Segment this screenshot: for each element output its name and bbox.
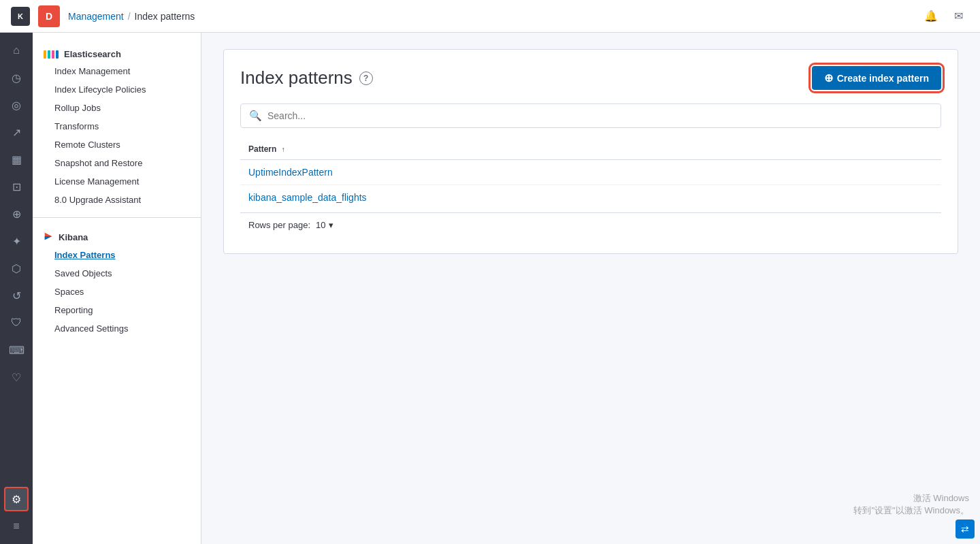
remote-desktop-icon: ⇄ <box>956 519 975 539</box>
sidebar-item-spaces[interactable]: Spaces <box>33 283 201 301</box>
table-header-row: Pattern ↑ <box>240 139 941 160</box>
column-pattern: Pattern ↑ <box>240 139 941 160</box>
graph-icon[interactable]: ⬡ <box>4 256 29 281</box>
rows-per-page-label: Rows per page: <box>248 220 310 230</box>
plus-icon: ⊕ <box>824 71 833 84</box>
sidebar-item-upgrade-assistant[interactable]: 8.0 Upgrade Assistant <box>33 191 201 209</box>
clock-icon[interactable]: ◷ <box>4 65 29 90</box>
siem-icon[interactable]: 🛡 <box>4 310 29 335</box>
main-content: Index patterns ? ⊕ Create index pattern … <box>201 33 980 544</box>
breadcrumb-current: Index patterns <box>135 11 195 22</box>
pattern-cell: UptimeIndexPattern <box>240 160 941 185</box>
user-initial: D <box>46 11 52 22</box>
sidebar-item-transforms[interactable]: Transforms <box>33 117 201 135</box>
rows-per-page-value: 10 <box>316 220 325 230</box>
page-title: Index patterns <box>240 67 353 89</box>
sidebar-item-rollup-jobs[interactable]: Rollup Jobs <box>33 99 201 117</box>
breadcrumb: Management / Index patterns <box>68 11 195 22</box>
sidebar-item-index-management[interactable]: Index Management <box>33 62 201 80</box>
sidebar-item-index-lifecycle-policies[interactable]: Index Lifecycle Policies <box>33 80 201 99</box>
index-pattern-link-1[interactable]: kibana_sample_data_flights <box>248 192 367 203</box>
pattern-cell: kibana_sample_data_flights <box>240 185 941 210</box>
user-avatar: D <box>38 5 60 27</box>
search-bar: 🔍 <box>240 103 941 128</box>
kibana-section-logo <box>44 231 53 243</box>
kibana-logo: K <box>11 7 30 26</box>
sidebar-item-saved-objects[interactable]: Saved Objects <box>33 264 201 283</box>
collapse-sidebar-icon[interactable]: ≡ <box>4 514 29 539</box>
visualize-icon[interactable]: ↗ <box>4 120 29 144</box>
kibana-section-header: Kibana <box>33 226 201 246</box>
canvas-icon[interactable]: ⊡ <box>4 174 29 199</box>
create-index-pattern-button[interactable]: ⊕ Create index pattern <box>812 66 941 90</box>
sidebar-item-snapshot-restore[interactable]: Snapshot and Restore <box>33 154 201 172</box>
elasticsearch-section-header: Elasticsearch <box>33 44 201 62</box>
index-pattern-link-0[interactable]: UptimeIndexPattern <box>248 167 333 178</box>
chevron-down-icon: ▾ <box>329 220 333 230</box>
elasticsearch-label: Elasticsearch <box>64 49 121 59</box>
sidebar: Elasticsearch Index Management Index Lif… <box>33 33 201 544</box>
content-panel: Index patterns ? ⊕ Create index pattern … <box>223 49 958 254</box>
elasticsearch-logo <box>44 50 59 59</box>
home-icon[interactable]: ⌂ <box>4 38 29 63</box>
page-title-group: Index patterns ? <box>240 67 373 89</box>
search-icon: 🔍 <box>249 110 262 122</box>
dev-tools-icon[interactable]: ⌨ <box>4 338 29 362</box>
uptime-icon[interactable]: ↺ <box>4 283 29 308</box>
topbar-actions: 🔔 ✉ <box>920 5 969 27</box>
breadcrumb-parent[interactable]: Management <box>68 11 124 22</box>
index-patterns-table: Pattern ↑ UptimeIndexPattern kibana_samp… <box>240 139 941 210</box>
sidebar-item-remote-clusters[interactable]: Remote Clusters <box>33 135 201 154</box>
layout: ⌂ ◷ ◎ ↗ ▦ ⊡ ⊕ ✦ ⬡ ↺ 🛡 ⌨ ♡ ⚙ ≡ Elasticsea… <box>0 33 980 544</box>
alerts-icon[interactable]: 🔔 <box>920 5 942 27</box>
discover-icon[interactable]: ◎ <box>4 93 29 117</box>
monitoring-icon[interactable]: ♡ <box>4 365 29 389</box>
ml-icon[interactable]: ✦ <box>4 229 29 253</box>
maps-icon[interactable]: ⊕ <box>4 202 29 226</box>
sidebar-divider <box>33 217 201 218</box>
sort-asc-icon[interactable]: ↑ <box>282 146 285 153</box>
mail-icon[interactable]: ✉ <box>947 5 969 27</box>
help-icon[interactable]: ? <box>359 71 373 85</box>
table-row: UptimeIndexPattern <box>240 160 941 185</box>
table-footer: Rows per page: 10 ▾ <box>240 212 941 237</box>
breadcrumb-separator: / <box>128 11 131 22</box>
nav-icon-bar: ⌂ ◷ ◎ ↗ ▦ ⊡ ⊕ ✦ ⬡ ↺ 🛡 ⌨ ♡ ⚙ ≡ <box>0 33 33 544</box>
create-button-label: Create index pattern <box>837 73 929 84</box>
page-header: Index patterns ? ⊕ Create index pattern <box>240 66 941 90</box>
sidebar-item-reporting[interactable]: Reporting <box>33 301 201 319</box>
dashboard-icon[interactable]: ▦ <box>4 147 29 172</box>
sidebar-item-advanced-settings[interactable]: Advanced Settings <box>33 319 201 338</box>
kibana-logo-letter: K <box>18 12 23 20</box>
sidebar-item-license-management[interactable]: License Management <box>33 172 201 191</box>
search-input[interactable] <box>267 110 932 121</box>
table-row: kibana_sample_data_flights <box>240 185 941 210</box>
sidebar-item-index-patterns[interactable]: Index Patterns <box>33 246 201 264</box>
settings-icon[interactable]: ⚙ <box>4 487 29 511</box>
kibana-section-label: Kibana <box>59 232 88 242</box>
rows-per-page-dropdown[interactable]: 10 ▾ <box>316 220 333 230</box>
topbar: K D Management / Index patterns 🔔 ✉ <box>0 0 980 33</box>
